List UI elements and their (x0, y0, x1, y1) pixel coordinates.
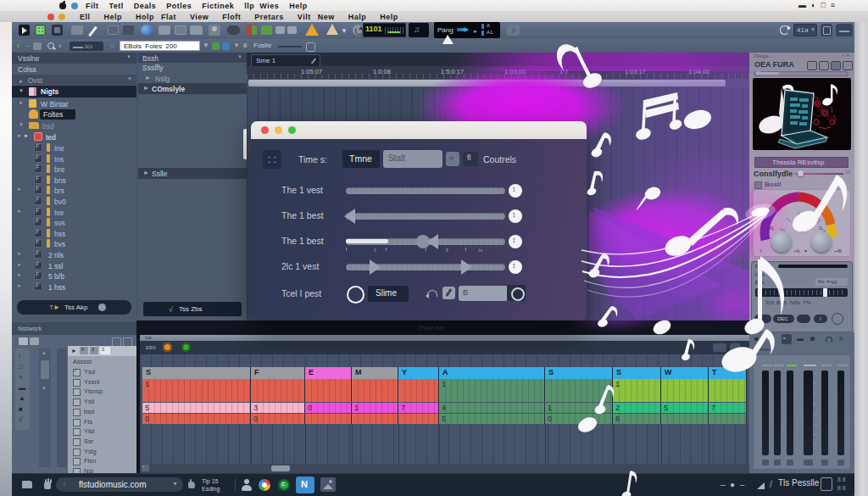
svg-text:40: 40 (798, 228, 804, 233)
